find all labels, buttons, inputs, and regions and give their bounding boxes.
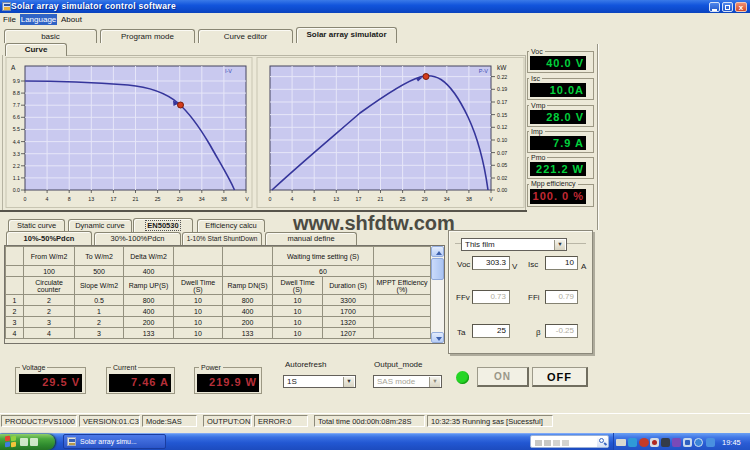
svg-text:0.19: 0.19 bbox=[497, 86, 507, 92]
svg-text:8: 8 bbox=[313, 196, 316, 202]
svg-text:9.9: 9.9 bbox=[13, 78, 20, 84]
svg-text:0.07: 0.07 bbox=[497, 150, 507, 156]
svg-text:4: 4 bbox=[291, 196, 294, 202]
svg-text:5.5: 5.5 bbox=[13, 126, 20, 132]
svg-text:4: 4 bbox=[46, 196, 49, 202]
svg-text:4.4: 4.4 bbox=[13, 139, 20, 145]
svg-text:17: 17 bbox=[355, 196, 361, 202]
svg-text:34: 34 bbox=[199, 196, 205, 202]
svg-text:29: 29 bbox=[177, 196, 183, 202]
svg-text:0.02: 0.02 bbox=[497, 175, 507, 181]
svg-text:V: V bbox=[245, 196, 249, 202]
svg-text:0.22: 0.22 bbox=[497, 74, 507, 80]
svg-text:38: 38 bbox=[466, 196, 472, 202]
svg-text:7.7: 7.7 bbox=[13, 102, 20, 108]
svg-text:0.0: 0.0 bbox=[13, 187, 20, 193]
svg-text:3.3: 3.3 bbox=[13, 151, 20, 157]
svg-text:0.10: 0.10 bbox=[497, 137, 507, 143]
svg-text:0: 0 bbox=[24, 196, 27, 202]
svg-text:kW: kW bbox=[497, 64, 507, 71]
svg-text:0.00: 0.00 bbox=[497, 187, 507, 193]
svg-text:0.17: 0.17 bbox=[497, 99, 507, 105]
svg-text:34: 34 bbox=[444, 196, 450, 202]
svg-text:17: 17 bbox=[110, 196, 116, 202]
svg-text:P-V: P-V bbox=[479, 68, 489, 74]
svg-text:8: 8 bbox=[68, 196, 71, 202]
svg-text:29: 29 bbox=[422, 196, 428, 202]
svg-text:2.2: 2.2 bbox=[13, 163, 20, 169]
svg-text:25: 25 bbox=[155, 196, 161, 202]
svg-text:21: 21 bbox=[378, 196, 384, 202]
svg-text:I-V: I-V bbox=[225, 68, 232, 74]
svg-text:0: 0 bbox=[269, 196, 272, 202]
svg-text:21: 21 bbox=[133, 196, 139, 202]
svg-text:0.15: 0.15 bbox=[497, 112, 507, 118]
svg-text:0.12: 0.12 bbox=[497, 124, 507, 130]
svg-text:25: 25 bbox=[400, 196, 406, 202]
svg-text:1.1: 1.1 bbox=[13, 175, 20, 181]
svg-text:6.6: 6.6 bbox=[13, 114, 20, 120]
svg-text:38: 38 bbox=[221, 196, 227, 202]
svg-text:8.8: 8.8 bbox=[13, 90, 20, 96]
svg-text:13: 13 bbox=[88, 196, 94, 202]
svg-text:13: 13 bbox=[333, 196, 339, 202]
svg-text:0.05: 0.05 bbox=[497, 162, 507, 168]
svg-text:A: A bbox=[11, 64, 16, 71]
svg-text:V: V bbox=[489, 196, 493, 202]
